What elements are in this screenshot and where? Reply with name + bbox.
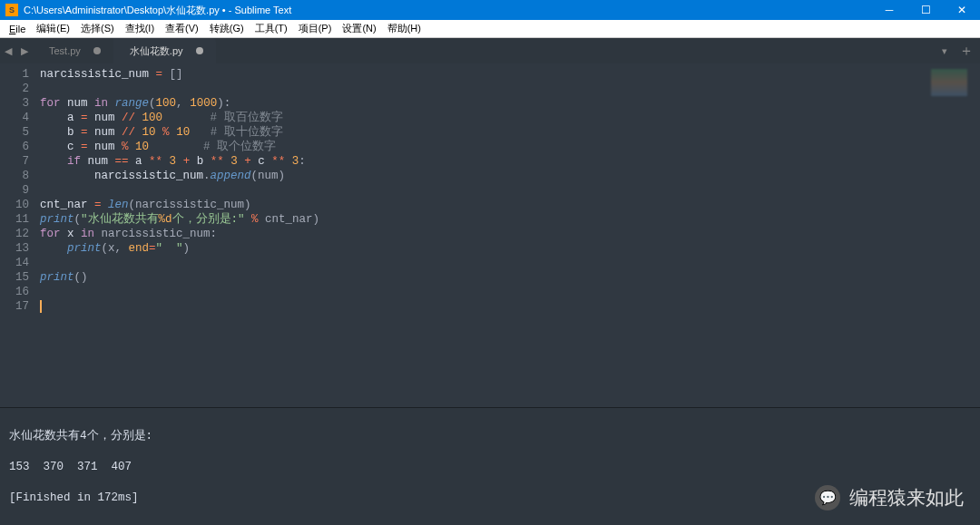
window-title: C:\Users\Administrator\Desktop\水仙花数.py •… <box>24 4 871 17</box>
minimap-content <box>931 69 967 96</box>
watermark: 💬 编程猿来如此 <box>815 485 964 510</box>
menu-project[interactable]: 项目(P) <box>293 20 338 37</box>
output-line: 水仙花数共有4个，分别是: <box>9 429 971 444</box>
menubar: Eile 编辑(E) 选择(S) 查找(I) 查看(V) 转跳(G) 工具(T)… <box>0 20 980 38</box>
tab-test-py[interactable]: Test.py <box>33 38 113 63</box>
maximize-button[interactable]: ☐ <box>907 0 944 20</box>
watermark-text: 编程猿来如此 <box>849 485 964 510</box>
tabbar: ◀ ▶ Test.py 水仙花数.py ▾ ＋ <box>0 38 980 63</box>
menu-tools[interactable]: 工具(T) <box>250 20 293 37</box>
menu-file[interactable]: Eile <box>4 22 31 36</box>
window-controls: ─ ☐ ✕ <box>871 0 980 20</box>
tab-next-button[interactable]: ▶ <box>16 38 33 63</box>
tab-narcissus-py[interactable]: 水仙花数.py <box>113 38 216 63</box>
menu-select[interactable]: 选择(S) <box>75 20 120 37</box>
tab-prev-button[interactable]: ◀ <box>0 38 16 63</box>
menu-settings[interactable]: 设置(N) <box>337 20 381 37</box>
menu-view[interactable]: 查看(V) <box>160 20 204 37</box>
dirty-indicator-icon <box>196 47 203 54</box>
minimap[interactable] <box>916 63 980 407</box>
tab-label: Test.py <box>49 45 81 56</box>
minimize-button[interactable]: ─ <box>871 0 907 20</box>
code-editor[interactable]: narcissistic_num = [] for num in range(1… <box>40 63 916 407</box>
menu-help[interactable]: 帮助(H) <box>382 20 426 37</box>
cursor-icon <box>40 300 42 313</box>
titlebar: S C:\Users\Administrator\Desktop\水仙花数.py… <box>0 0 980 20</box>
new-tab-button[interactable]: ＋ <box>953 38 980 63</box>
menu-goto[interactable]: 转跳(G) <box>204 20 250 37</box>
close-button[interactable]: ✕ <box>944 0 980 20</box>
tab-dropdown-button[interactable]: ▾ <box>936 38 953 63</box>
dirty-indicator-icon <box>93 47 101 54</box>
app-icon: S <box>5 4 18 16</box>
output-line: 153 370 371 407 <box>9 460 971 475</box>
menu-edit[interactable]: 编辑(E) <box>31 20 75 37</box>
editor-area: 123456 789101112 1314151617 narcissistic… <box>0 63 980 407</box>
tab-label: 水仙花数.py <box>130 44 183 58</box>
line-gutter: 123456 789101112 1314151617 <box>0 63 40 407</box>
menu-find[interactable]: 查找(I) <box>120 20 160 37</box>
wechat-icon: 💬 <box>815 485 840 510</box>
